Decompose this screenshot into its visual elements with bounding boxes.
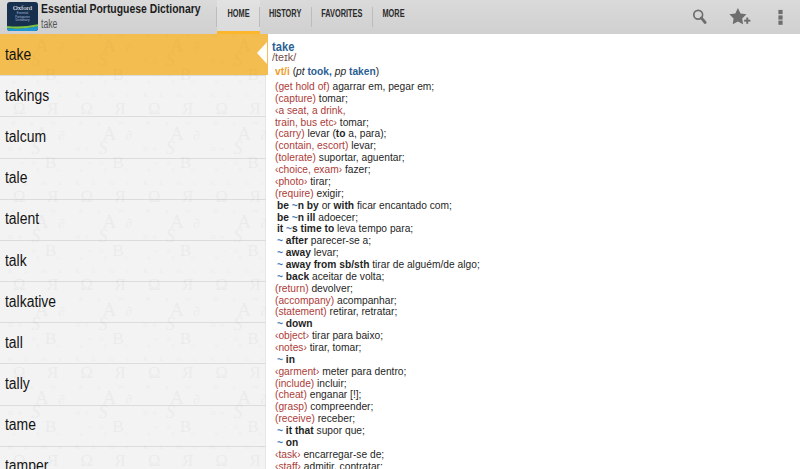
svg-text:Dictionary: Dictionary (16, 18, 30, 22)
